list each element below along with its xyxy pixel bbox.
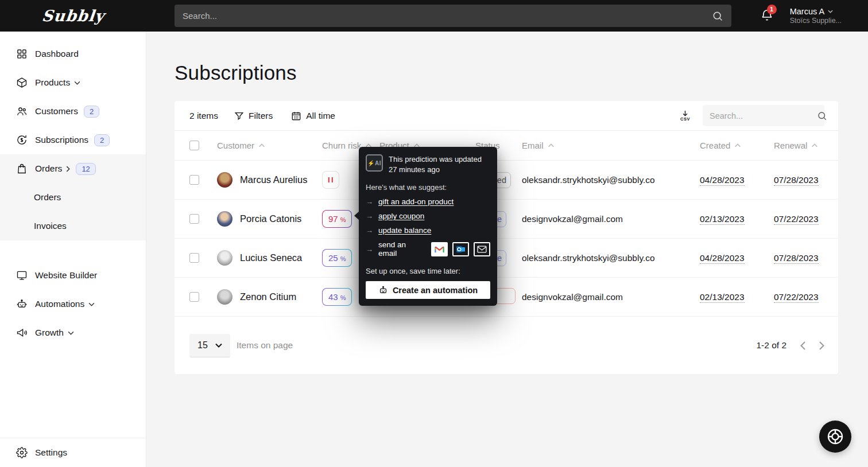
row-checkbox[interactable] (189, 253, 199, 263)
table-body: Marcus AureliusIIedoleksandr.strykhotsky… (175, 161, 838, 317)
percent-sign: % (340, 294, 346, 301)
customer-name: Marcus Aurelius (240, 174, 307, 185)
sidebar-item-growth[interactable]: Growth (0, 318, 146, 347)
created-date[interactable]: 02/13/2023 (700, 214, 745, 225)
sidebar-subitem-orders[interactable]: Orders (0, 183, 146, 212)
sort-up-icon (734, 143, 741, 147)
customer-avatar (217, 250, 232, 266)
email-cell: designvokzal@gmail.com (522, 292, 700, 302)
renewal-date[interactable]: 07/28/2023 (774, 175, 819, 186)
sidebar-item-settings[interactable]: Settings (0, 438, 146, 467)
select-all-cell (189, 141, 217, 150)
churn-value: 97 (328, 214, 338, 224)
table-row: Marcus AureliusIIedoleksandr.strykhotsky… (175, 161, 838, 200)
page-size-value: 15 (197, 340, 208, 351)
renewal-date[interactable]: 07/22/2023 (774, 292, 819, 303)
date-range-label: All time (306, 111, 335, 121)
website-builder-icon (16, 270, 28, 281)
sidebar-item-products[interactable]: Products (0, 68, 146, 97)
column-header-renewal[interactable]: Renewal (774, 141, 824, 150)
churn-value: II (328, 176, 335, 184)
created-date[interactable]: 04/28/2023 (700, 253, 745, 264)
row-checkbox[interactable] (189, 175, 199, 185)
orders-icon (16, 163, 28, 174)
renewal-date-cell: 07/28/2023 (774, 253, 824, 263)
created-date[interactable]: 02/13/2023 (700, 292, 745, 303)
column-header-label: Churn risk (322, 141, 361, 150)
email-cell: designvokzal@gmail.com (522, 214, 700, 224)
customer-name: Lucius Seneca (240, 252, 302, 263)
mail-icon[interactable] (474, 242, 490, 256)
send-email-row: → send an email (366, 240, 490, 258)
help-button[interactable] (819, 421, 851, 453)
gmail-icon[interactable] (431, 242, 448, 256)
outlook-icon[interactable] (452, 242, 469, 256)
suggestion-link-update-balance[interactable]: update balance (378, 226, 431, 235)
row-checkbox[interactable] (189, 292, 199, 302)
suggestion-link-apply-coupon[interactable]: apply coupon (378, 212, 424, 220)
churn-risk-badge[interactable]: 43% (322, 288, 352, 306)
arrow-icon: → (366, 226, 373, 235)
email-cell: oleksandr.strykhotskyi@subbly.co (522, 253, 700, 263)
filters-button[interactable]: Filters (234, 111, 273, 121)
customer-cell: Zenon Citium (217, 289, 322, 305)
created-date-cell: 04/28/2023 (700, 175, 774, 185)
churn-risk-value: 43% (323, 289, 351, 305)
next-page-button[interactable] (819, 341, 824, 350)
renewal-date-cell: 07/22/2023 (774, 292, 824, 302)
renewal-date[interactable]: 07/22/2023 (774, 214, 819, 225)
gear-icon (16, 447, 28, 458)
chevron-right-icon (66, 166, 70, 172)
filters-label: Filters (249, 111, 273, 121)
churn-risk-badge[interactable]: 25% (322, 249, 352, 267)
subbly-logo[interactable]: Subbly (41, 7, 105, 25)
date-range-button[interactable]: All time (291, 111, 335, 121)
sidebar-bottom: Settings (0, 438, 146, 467)
column-header-label: Renewal (774, 141, 807, 150)
created-date-cell: 02/13/2023 (700, 214, 774, 224)
table-search-input[interactable] (710, 111, 817, 120)
user-menu[interactable]: Marcus A Stoïcs Supplie... (790, 6, 842, 26)
pagination-range: 1-2 of 2 (756, 340, 786, 351)
table-search[interactable] (703, 105, 824, 126)
customer-avatar (217, 172, 232, 188)
sidebar-item-label: Products (35, 77, 70, 88)
page-size-select[interactable]: 15 (189, 334, 230, 357)
sidebar-item-website-builder[interactable]: Website Builder (0, 261, 146, 290)
sidebar-item-automations[interactable]: Automations (0, 290, 146, 318)
calendar-icon (291, 111, 301, 121)
notifications-button[interactable]: 1 (760, 8, 774, 24)
sidebar-item-subscriptions[interactable]: Subscriptions2 (0, 126, 146, 154)
items-count: 2 items (189, 111, 218, 121)
churn-risk-badge[interactable]: II (322, 171, 339, 189)
column-header-email[interactable]: Email (522, 141, 700, 150)
suggestion-row: →apply coupon (366, 212, 490, 220)
tooltip-caret (354, 211, 359, 220)
search-icon[interactable] (817, 111, 827, 121)
suggestion-link-gift-an-add-on-product[interactable]: gift an add-on product (378, 197, 454, 206)
sidebar-item-label: Subscriptions (35, 135, 88, 145)
select-all-checkbox[interactable] (189, 141, 199, 150)
products-icon (16, 77, 28, 88)
create-automation-button[interactable]: Create an automation (366, 281, 490, 299)
search-icon[interactable] (712, 10, 723, 22)
sidebar-item-dashboard[interactable]: Dashboard (0, 40, 146, 68)
sidebar-item-label: Dashboard (35, 49, 79, 59)
prev-page-button[interactable] (800, 341, 805, 350)
created-date[interactable]: 04/28/2023 (700, 175, 745, 186)
automations-icon (16, 298, 28, 310)
created-date-cell: 02/13/2023 (700, 292, 774, 302)
sidebar-item-orders[interactable]: Orders12 (0, 154, 146, 183)
row-select-cell (189, 175, 217, 185)
renewal-date[interactable]: 07/28/2023 (774, 253, 819, 264)
export-csv-button[interactable]: CSV (680, 110, 690, 122)
global-search[interactable] (175, 5, 731, 27)
churn-risk-badge[interactable]: 97% (322, 210, 352, 228)
column-header-customer[interactable]: Customer (217, 141, 322, 150)
global-search-input[interactable] (183, 11, 712, 21)
row-checkbox[interactable] (189, 214, 199, 224)
table-header-row: CustomerChurn riskProductStatusEmailCrea… (175, 131, 838, 161)
column-header-created[interactable]: Created (700, 141, 774, 150)
sidebar-subitem-invoices[interactable]: Invoices (0, 212, 146, 240)
sidebar-item-customers[interactable]: Customers2 (0, 97, 146, 126)
